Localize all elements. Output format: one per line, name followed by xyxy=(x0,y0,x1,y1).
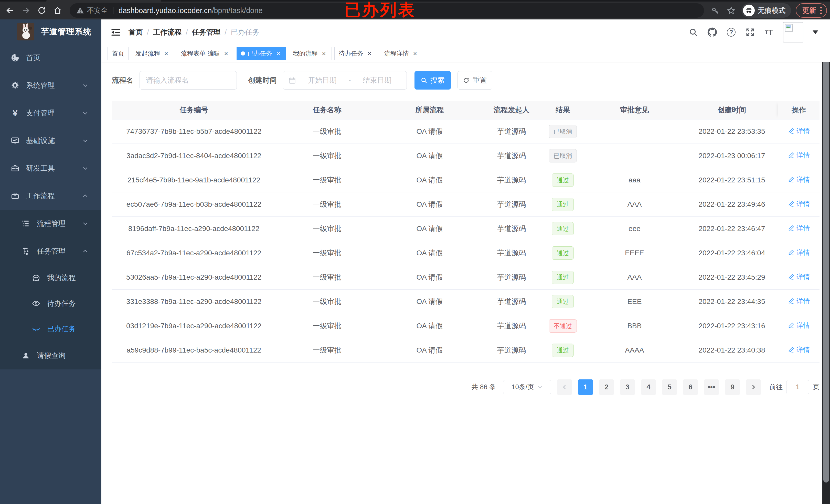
cell-task-name: 一级审批 xyxy=(276,338,378,362)
user-icon xyxy=(21,351,31,360)
detail-link[interactable]: 详情 xyxy=(788,321,810,330)
browser-controls: 无痕模式 更新 xyxy=(710,3,827,18)
detail-link[interactable]: 详情 xyxy=(788,272,810,281)
sidebar-item-devtools[interactable]: 研发工具 xyxy=(0,155,101,182)
page-button-9[interactable]: 9 xyxy=(725,379,740,395)
cell-actions: 详情 xyxy=(778,216,820,241)
sidebar-item-workflow[interactable]: 工作流程 xyxy=(0,182,101,210)
date-range-picker[interactable]: 开始日期 - 结束日期 xyxy=(283,71,407,90)
close-icon[interactable]: × xyxy=(320,50,327,57)
cell-created: 2022-01-22 23:45:29 xyxy=(686,265,778,289)
process-name-input[interactable] xyxy=(139,71,237,90)
sidebar-item-home[interactable]: 首页 xyxy=(0,44,101,72)
prev-page-button[interactable] xyxy=(557,379,572,395)
next-page-button[interactable] xyxy=(746,379,761,395)
browser-reload-button[interactable] xyxy=(35,4,48,17)
sidebar-item-payment[interactable]: ¥ 支付管理 xyxy=(0,99,101,127)
sidebar-item-process-management[interactable]: 流程管理 xyxy=(0,210,101,237)
close-icon[interactable]: × xyxy=(366,50,373,57)
browser-update-button[interactable]: 更新 xyxy=(796,3,827,18)
status-badge: 通过 xyxy=(552,173,574,187)
more-pages-button[interactable]: ••• xyxy=(704,379,719,395)
page-size-select[interactable]: 10条/页 xyxy=(503,380,551,394)
search-button[interactable]: 搜索 xyxy=(414,71,451,90)
page-button-5[interactable]: 5 xyxy=(662,379,677,395)
page-button-2[interactable]: 2 xyxy=(599,379,614,395)
detail-link[interactable]: 详情 xyxy=(788,200,810,208)
close-icon[interactable]: × xyxy=(411,50,419,57)
gear-icon xyxy=(10,81,20,90)
bookmark-star-icon[interactable] xyxy=(726,5,737,16)
page-button-3[interactable]: 3 xyxy=(620,379,635,395)
tab-home[interactable]: 首页 xyxy=(107,47,129,60)
reset-button[interactable]: 重置 xyxy=(457,71,492,90)
browser-back-button[interactable] xyxy=(4,4,17,17)
incognito-icon xyxy=(743,5,755,16)
avatar-caret-icon[interactable] xyxy=(812,30,818,34)
filter-form: 流程名 创建时间 开始日期 - 结束日期 搜索 重 xyxy=(112,71,820,90)
detail-link[interactable]: 详情 xyxy=(788,175,810,184)
browser-home-button[interactable] xyxy=(51,4,64,17)
cell-task-id: 3adac3d2-7b9d-11ec-8404-acde48001122 xyxy=(112,143,276,168)
tab-form-edit[interactable]: 流程表单-编辑× xyxy=(177,47,234,60)
page-button-6[interactable]: 6 xyxy=(683,379,698,395)
search-icon[interactable] xyxy=(688,27,698,37)
detail-link[interactable]: 详情 xyxy=(788,248,810,257)
close-icon[interactable]: × xyxy=(222,50,230,57)
tab-process-detail[interactable]: 流程详情× xyxy=(380,47,423,60)
cell-comment: EEE xyxy=(583,289,685,314)
detail-link[interactable]: 详情 xyxy=(788,127,810,136)
insecure-indicator[interactable]: 不安全 xyxy=(76,6,108,15)
browser-forward-button[interactable] xyxy=(20,4,32,17)
goto-page-input[interactable] xyxy=(786,380,809,394)
sidebar-item-leave-query[interactable]: 请假查询 xyxy=(0,342,101,369)
pagination: 共 86 条 10条/页 1 2 3 4 5 6 ••• 9 xyxy=(112,379,820,395)
cell-created: 2022-01-22 23:49:46 xyxy=(686,192,778,216)
page-scrollbar[interactable] xyxy=(822,20,830,504)
sidebar-item-done-tasks[interactable]: 已办任务 xyxy=(0,316,101,342)
tab-label: 首页 xyxy=(112,49,124,58)
tab-done-tasks[interactable]: 已办任务× xyxy=(236,47,286,60)
fullscreen-icon[interactable] xyxy=(745,27,755,37)
app: 芋道管理系统 首页 系统管理 ¥ 支付管理 xyxy=(0,20,830,504)
scrollbar-thumb[interactable] xyxy=(823,22,829,482)
detail-link[interactable]: 详情 xyxy=(788,151,810,160)
tab-my-process[interactable]: 我的流程× xyxy=(289,47,332,60)
status-badge: 通过 xyxy=(552,222,574,235)
col-task-id: 任务编号 xyxy=(112,101,276,119)
breadcrumb-workflow[interactable]: 工作流程 xyxy=(153,27,182,37)
app-title: 芋道管理系统 xyxy=(41,26,92,37)
detail-link[interactable]: 详情 xyxy=(788,297,810,306)
sidebar-logo[interactable]: 芋道管理系统 xyxy=(0,20,101,44)
font-size-icon[interactable]: TT xyxy=(764,27,774,37)
password-key-icon[interactable] xyxy=(710,5,721,16)
detail-label: 详情 xyxy=(796,175,810,184)
tab-todo-tasks[interactable]: 待办任务× xyxy=(334,47,377,60)
cell-actions: 详情 xyxy=(778,338,820,362)
sidebar-item-todo-tasks[interactable]: 待办任务 xyxy=(0,291,101,316)
detail-link[interactable]: 详情 xyxy=(788,224,810,233)
avatar[interactable] xyxy=(783,22,803,42)
detail-link[interactable]: 详情 xyxy=(788,345,810,354)
tab-start-process[interactable]: 发起流程× xyxy=(131,47,174,60)
close-icon[interactable]: × xyxy=(275,50,282,57)
detail-label: 详情 xyxy=(796,200,810,208)
github-icon[interactable] xyxy=(707,27,717,37)
sidebar-item-infrastructure[interactable]: 基础设施 xyxy=(0,127,101,155)
yen-icon: ¥ xyxy=(10,108,20,118)
col-task-name: 任务名称 xyxy=(276,101,378,119)
breadcrumb-home[interactable]: 首页 xyxy=(129,27,143,37)
page-button-1[interactable]: 1 xyxy=(578,379,593,395)
sidebar-collapse-button[interactable] xyxy=(110,27,121,38)
sidebar-item-my-process[interactable]: 我的流程 xyxy=(0,265,101,291)
page-button-4[interactable]: 4 xyxy=(641,379,656,395)
logo-rabbit-image xyxy=(17,23,34,40)
browser-menu-icon[interactable] xyxy=(820,7,822,14)
sidebar-item-system[interactable]: 系统管理 xyxy=(0,72,101,99)
close-icon[interactable]: × xyxy=(163,50,170,57)
sidebar-item-task-management[interactable]: 任务管理 xyxy=(0,237,101,265)
breadcrumb-task-management[interactable]: 任务管理 xyxy=(192,27,221,37)
help-icon[interactable]: ? xyxy=(726,27,736,37)
workflow-submenu: 流程管理 任务管理 我的流程 xyxy=(0,210,101,369)
navbar-actions: ? TT xyxy=(688,22,818,42)
